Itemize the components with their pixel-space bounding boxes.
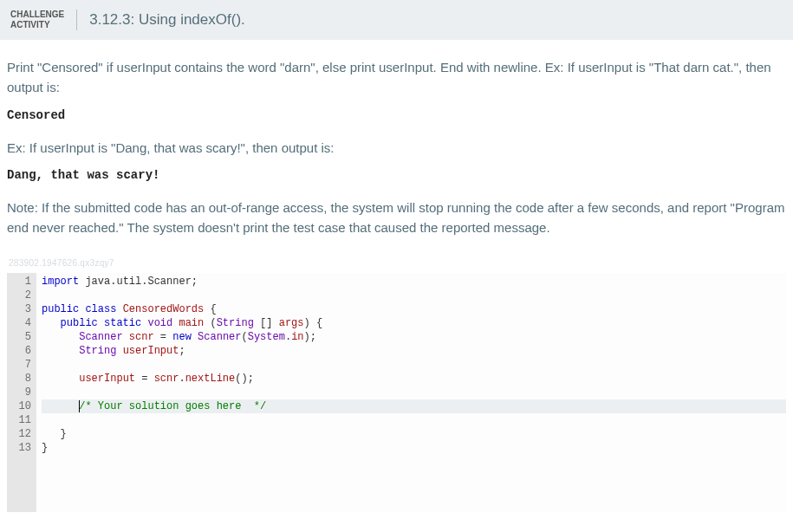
code-line[interactable]: import java.util.Scanner; [42, 275, 786, 289]
code-editor[interactable]: 12345678910111213 import java.util.Scann… [7, 273, 786, 512]
line-number: 12 [7, 427, 36, 441]
code-line[interactable]: public static void main (String [] args)… [42, 316, 786, 330]
code-line[interactable]: Scanner scnr = new Scanner(System.in); [42, 330, 786, 344]
line-number: 10 [7, 399, 36, 413]
line-number: 4 [7, 316, 36, 330]
code-body[interactable]: import java.util.Scanner; public class C… [36, 273, 786, 512]
code-line[interactable]: String userInput; [42, 344, 786, 358]
line-number: 6 [7, 344, 36, 358]
code-line[interactable] [42, 386, 786, 399]
activity-hash: 283902.1947626.qx3zqy7 [9, 258, 786, 268]
challenge-label-line1: CHALLENGE [10, 10, 64, 20]
code-line[interactable]: /* Your solution goes here */ [42, 399, 786, 413]
code-line[interactable] [42, 358, 786, 372]
line-number: 3 [7, 302, 36, 316]
challenge-header: CHALLENGE ACTIVITY 3.12.3: Using indexOf… [0, 0, 793, 40]
code-line[interactable]: userInput = scnr.nextLine(); [42, 372, 786, 386]
description-paragraph-2: Ex: If userInput is "Dang, that was scar… [7, 138, 786, 158]
code-line[interactable]: public class CensoredWords { [42, 302, 786, 316]
challenge-activity-label: CHALLENGE ACTIVITY [10, 10, 77, 30]
line-number: 7 [7, 358, 36, 372]
code-line[interactable]: } [42, 441, 786, 455]
description-paragraph-3: Note: If the submitted code has an out-o… [7, 198, 786, 238]
line-number: 2 [7, 289, 36, 302]
code-line[interactable]: } [42, 427, 786, 441]
challenge-label-line2: ACTIVITY [10, 20, 64, 30]
line-number-gutter: 12345678910111213 [7, 273, 36, 512]
line-number: 9 [7, 386, 36, 399]
challenge-title: 3.12.3: Using indexOf(). [77, 11, 245, 29]
line-number: 13 [7, 441, 36, 455]
line-number: 11 [7, 413, 36, 427]
example-output-1: Censored [7, 108, 786, 122]
code-line[interactable] [42, 413, 786, 427]
code-line[interactable] [42, 289, 786, 302]
line-number: 8 [7, 372, 36, 386]
problem-description: Print "Censored" if userInput contains t… [7, 57, 786, 237]
content-area: Print "Censored" if userInput contains t… [0, 40, 793, 521]
line-number: 1 [7, 275, 36, 289]
example-output-2: Dang, that was scary! [7, 168, 786, 182]
line-number: 5 [7, 330, 36, 344]
description-paragraph-1: Print "Censored" if userInput contains t… [7, 57, 786, 98]
